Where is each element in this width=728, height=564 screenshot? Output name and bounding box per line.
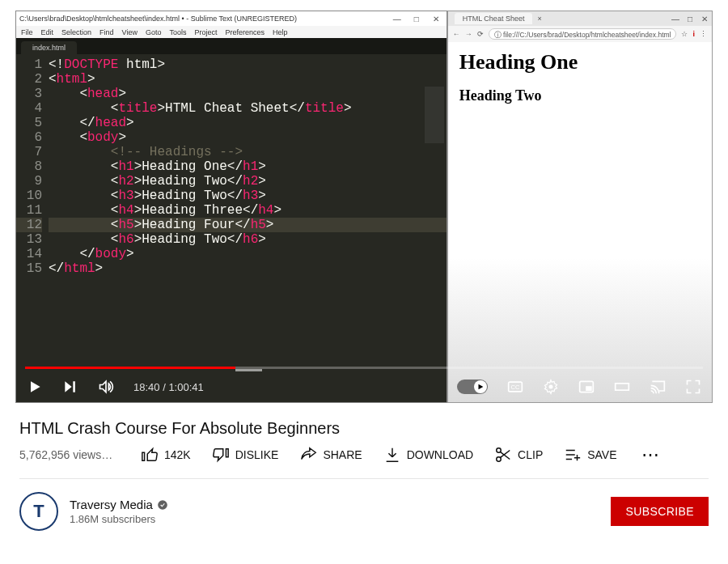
editor-title-path: C:\Users\brad\Desktop\htmlcheatsheet\ind… [19,15,297,23]
menu-item: Selection [61,28,91,36]
thumb-down-icon [212,446,230,464]
svg-point-8 [158,500,167,510]
thumb-up-icon [141,446,159,464]
browser-window: HTML Cheat Sheet × — □ ✕ ← → ⟳ ⓘ file://… [447,11,713,403]
volume-icon[interactable] [98,379,114,395]
browser-toolbar: ← → ⟳ ⓘ file:///C:/Users/brad/Desktop/ht… [448,26,712,42]
download-icon [383,446,401,464]
reload-icon: ⟳ [477,30,484,38]
browser-menu-icon: ⋮ [700,30,707,38]
code-area: 123456789101112131415 <!DOCTYPE html><ht… [16,54,447,402]
scissors-icon [494,446,512,464]
clip-button[interactable]: CLIP [494,444,543,465]
address-bar: ⓘ file:///C:/Users/brad/Desktop/htmlchea… [489,28,677,40]
browser-viewport: Heading One Heading Two [448,42,712,402]
bookmark-icon: ☆ [681,30,688,38]
view-count: 5,762,956 views… [19,448,133,461]
menu-item: Edit [41,28,54,36]
theater-icon[interactable] [614,379,630,395]
cast-icon[interactable] [650,379,666,395]
editor-window: C:\Users\brad\Desktop\htmlcheatsheet\ind… [15,11,447,403]
maximize-icon: □ [409,15,424,23]
channel-name[interactable]: Traversy Media [70,498,611,511]
rendered-h2: Heading Two [459,87,700,104]
back-icon: ← [453,30,460,38]
autoplay-toggle[interactable] [457,380,488,394]
progress-played [25,367,235,369]
next-icon[interactable] [62,379,78,395]
menu-item: Find [99,28,114,36]
minimize-icon: — [390,15,404,23]
lastpass-icon: i [692,30,695,38]
playlist-add-icon [564,446,582,464]
download-button[interactable]: DOWNLOAD [383,444,473,465]
forward-icon: → [465,30,472,38]
share-icon [299,446,317,464]
fullscreen-icon[interactable] [685,379,701,395]
play-icon[interactable] [27,379,43,395]
menu-item: Help [273,28,288,36]
rendered-h1: Heading One [459,50,700,74]
svg-text:CC: CC [511,384,520,391]
editor-tabbar: index.html [16,38,447,54]
menu-item: Project [194,28,217,36]
browser-tabstrip: HTML Cheat Sheet × — □ ✕ [448,11,712,26]
svg-rect-4 [586,386,592,391]
menu-item: Preferences [225,28,265,36]
close-icon: ✕ [429,15,443,23]
svg-point-2 [549,385,553,389]
share-button[interactable]: SHARE [299,444,362,465]
editor-titlebar: C:\Users\brad\Desktop\htmlcheatsheet\ind… [16,11,447,26]
svg-rect-5 [616,384,629,390]
captions-icon[interactable]: CC [507,379,523,395]
code-body: <!DOCTYPE html><html> <head> <title>HTML… [49,57,447,402]
settings-icon[interactable] [543,379,559,395]
menu-item: Goto [146,28,162,36]
video-frame: C:\Users\brad\Desktop\htmlcheatsheet\ind… [15,11,713,403]
time-display: 18:40 / 1:00:41 [133,381,204,393]
close-icon: ✕ [697,15,712,23]
like-button[interactable]: 142K [141,444,191,465]
more-actions-button[interactable]: ⋯ [638,444,664,465]
save-button[interactable]: SAVE [564,444,616,465]
miniplayer-icon[interactable] [578,379,595,395]
editor-tab: index.html [21,41,77,54]
maximize-icon: □ [683,15,697,23]
dislike-button[interactable]: DISLIKE [212,444,279,465]
subscribe-button[interactable]: SUBSCRIBE [611,497,709,526]
verified-icon [157,499,168,511]
editor-menubar: FileEditSelectionFindViewGotoToolsProjec… [16,26,447,38]
video-title: HTML Crash Course For Absolute Beginners [19,419,709,438]
menu-item: View [122,28,138,36]
player-controls: 18:40 / 1:00:41 CC [15,371,713,403]
browser-tab: HTML Cheat Sheet [455,13,533,24]
video-player[interactable]: C:\Users\brad\Desktop\htmlcheatsheet\ind… [15,11,713,403]
menu-item: File [21,28,33,36]
menu-item: Tools [169,28,186,36]
line-gutter: 123456789101112131415 [16,57,49,402]
subscriber-count: 1.86M subscribers [70,513,611,525]
progress-bar[interactable] [25,367,703,369]
minimap [425,87,444,143]
minimize-icon: — [668,15,683,23]
channel-avatar[interactable]: T [19,492,58,531]
